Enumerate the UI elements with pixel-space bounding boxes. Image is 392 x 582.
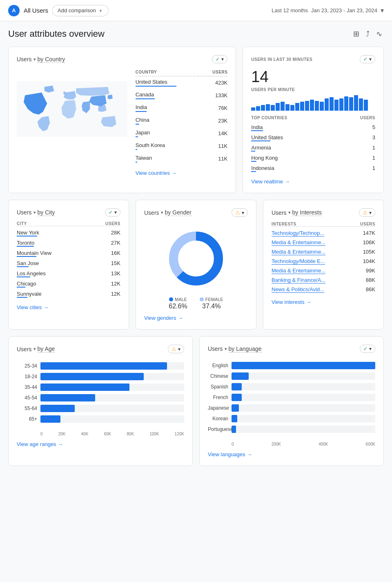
country-name: Canada [136,89,198,102]
city-card-title: Users ▾ by City [17,209,55,216]
list-item: Toronto 27K [17,238,120,248]
chart-icon[interactable]: ∿ [374,28,384,40]
country-status-badge[interactable]: ✓ ▾ [212,55,227,63]
list-item: Banking & Finance/A... 88K [272,275,375,285]
realtime-status-badge[interactable]: ✓ ▾ [360,55,375,63]
city-dropdown-icon[interactable]: ▾ [33,210,36,215]
city-value: 12K [111,291,120,298]
interest-name: Technology/Mobile E... [272,258,325,264]
interests-dropdown-icon[interactable]: ▾ [288,210,291,215]
country-bar [136,111,147,112]
age-bar-track [40,405,184,412]
age-bar-fill [40,362,167,370]
language-status-badge[interactable]: ✓ ▾ [360,345,375,353]
mini-bar [295,103,299,111]
view-realtime-container: View realtime → [251,178,375,185]
mini-bar [359,98,363,111]
view-interests-link[interactable]: View interests → [272,299,375,305]
mini-bar [251,107,255,111]
city-bar [17,266,29,267]
axis-label: 600K [366,442,375,446]
share-icon[interactable]: ⤴ [364,28,371,40]
mini-bar [354,95,358,111]
view-age-link[interactable]: View age ranges → [17,441,184,447]
realtime-title: USERS IN LAST 30 MINUTES [251,57,312,62]
lang-bar-track [232,372,375,380]
world-map [17,68,127,150]
view-language-link[interactable]: View languages → [208,451,375,457]
all-users-label[interactable]: All Users [24,7,48,14]
age-bar-chart: 25-34 18-24 35-44 45-54 55-64 65+ [17,358,184,430]
lang-bar-fill [232,394,242,401]
realtime-countries-list: India 5 United States 3 Armenia 1 Hong K… [251,123,375,174]
interest-value: 99K [366,268,375,274]
rt-country-bar [251,171,256,172]
view-genders-link[interactable]: View genders → [144,315,248,321]
gender-card-title: Users ▾ by Gender [144,209,192,216]
realtime-country-name: India [251,124,263,131]
mini-bar [344,96,348,111]
age-label: 25-34 [17,363,37,369]
interest-name: Media & Entertainme... [272,249,325,255]
age-card: Users ▾ by Age ⚠ ▾ 25-34 18-24 35-44 45-… [8,336,193,466]
date-dropdown-icon[interactable]: ▾ [381,7,384,14]
list-item: Chicago 12K [17,279,120,289]
map-section [17,68,127,176]
age-label: 55-64 [17,406,37,411]
rt-country-bar [251,130,263,131]
realtime-country-value: 1 [372,165,375,172]
age-status-badge[interactable]: ⚠ ▾ [168,345,184,353]
mini-bar [339,98,343,111]
age-bar-track [40,362,184,370]
lang-bar-fill [232,426,236,433]
country-bar [136,149,138,150]
interests-status-badge[interactable]: ⚠ ▾ [359,208,375,217]
interest-value: 88K [366,277,375,283]
list-item: Technology/Mobile E... 104K [272,256,375,266]
lang-label: Spanish [208,384,228,390]
country-bar [136,162,138,163]
per-minute-label: USERS PER MINUTE [251,87,375,92]
view-countries-link[interactable]: View countries → [136,170,228,176]
gender-status-badge[interactable]: ⚠ ▾ [232,208,248,217]
gender-card: Users ▾ by Gender ⚠ ▾ [136,200,256,330]
list-item: 18-24 [17,373,184,380]
list-item: Sunnyvale 12K [17,289,120,299]
add-comparison-button[interactable]: Add comparison ＋ [52,5,109,16]
lang-bar-track [232,383,375,390]
female-legend: FEMALE 37.4% [200,297,223,310]
age-axis-labels: 020K40K60K80K100K120K [17,432,184,436]
male-pct: 62.6% [169,303,187,310]
users-dropdown-icon[interactable]: ▾ [33,57,36,62]
gender-dropdown-icon[interactable]: ▾ [161,210,163,215]
country-name: South Korea [136,140,198,152]
city-bar [17,236,37,236]
city-name: Sunnyvale [17,291,42,298]
mini-bar [285,104,290,111]
city-status-badge[interactable]: ✓ ▾ [105,208,120,216]
age-label: 65+ [17,416,37,422]
interest-name: Media & Entertainme... [272,268,325,274]
top-countries-text: TOP COUNTRIES [251,116,287,120]
users-col-label: USERS [360,116,375,120]
lang-bar-fill [232,404,239,412]
list-item: Portuguese [208,426,375,433]
age-dropdown-icon[interactable]: ▾ [33,346,36,352]
table-view-icon[interactable]: ⊞ [352,28,361,40]
city-col-headers: CITY USERS [17,221,120,226]
title-users-prefix: Users [17,56,32,62]
lang-dropdown-icon[interactable]: ▾ [225,346,227,352]
list-item: Armenia 1 [251,143,375,153]
view-cities-link[interactable]: View cities → [17,304,120,310]
list-item: French [208,394,375,401]
interest-name: Technology/Technop... [272,230,324,236]
country-name: United States [136,76,198,89]
mini-bar [300,102,304,111]
country-bar [136,98,155,99]
axis-label: 200K [272,442,281,446]
city-value: 12K [111,281,120,288]
view-realtime-link[interactable]: View realtime → [251,178,375,185]
age-card-header: Users ▾ by Age ⚠ ▾ [17,345,184,353]
age-card-title: Users ▾ by Age [17,346,55,352]
city-bar [17,277,30,277]
